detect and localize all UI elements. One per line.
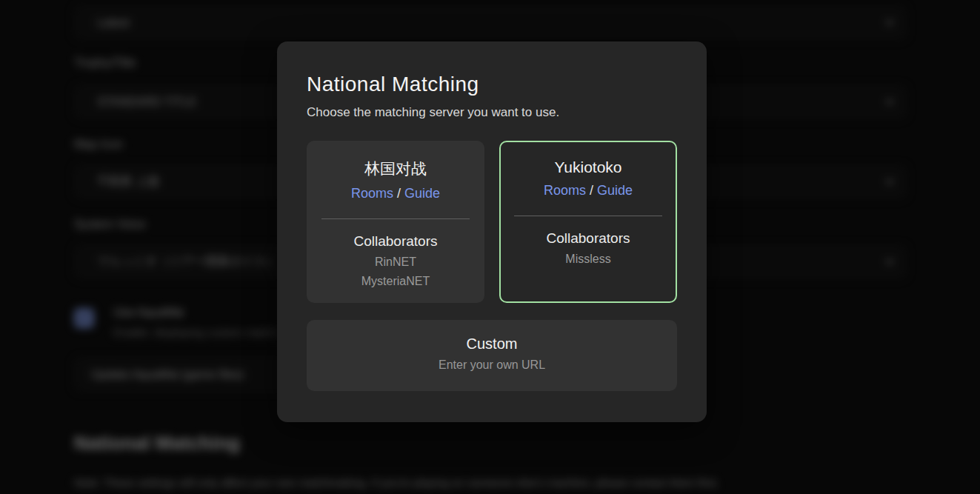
server-card-linguoduizhan[interactable]: 林国对战 Rooms / Guide Collaborators RinNET … [307,141,484,303]
server-name: 林国对战 [307,158,484,179]
modal-subtitle: Choose the matching server you want to u… [307,105,677,120]
link-separator: / [586,183,597,198]
rooms-link[interactable]: Rooms [544,183,586,198]
collaborator-name: MysteriaNET [307,275,484,288]
server-name: Yukiotoko [501,158,676,176]
server-links: Rooms / Guide [501,183,676,198]
card-divider [321,218,470,219]
card-divider [514,216,662,216]
custom-server-subtitle: Enter your own URL [307,358,677,372]
server-card-yukiotoko[interactable]: Yukiotoko Rooms / Guide Collaborators Mi… [499,141,677,303]
collaborators-heading: Collaborators [307,233,484,250]
national-matching-modal: National Matching Choose the matching se… [277,41,707,422]
custom-server-card[interactable]: Custom Enter your own URL [307,320,677,391]
custom-server-title: Custom [307,336,677,353]
collaborator-name: Missless [501,253,676,266]
rooms-link[interactable]: Rooms [351,186,393,201]
collaborator-name: RinNET [307,256,484,269]
modal-title: National Matching [307,73,677,96]
collaborators-heading: Collaborators [501,230,676,247]
link-separator: / [393,186,404,201]
server-links: Rooms / Guide [307,186,484,201]
guide-link[interactable]: Guide [404,186,440,201]
guide-link[interactable]: Guide [597,183,633,198]
server-options: 林国对战 Rooms / Guide Collaborators RinNET … [307,141,677,303]
